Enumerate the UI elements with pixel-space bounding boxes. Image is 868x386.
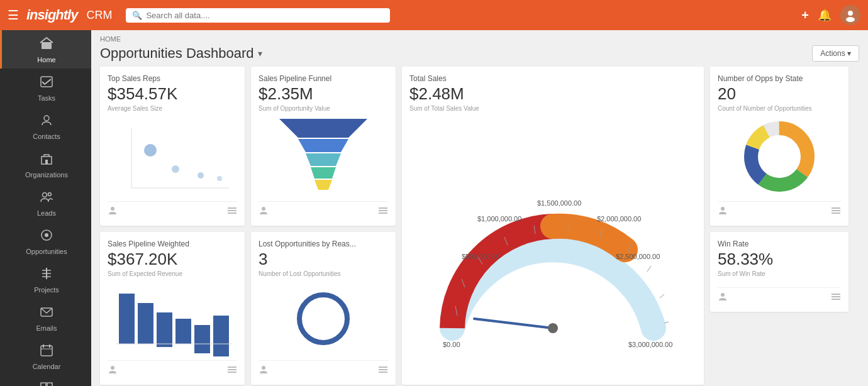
user-avatar[interactable] <box>840 5 860 25</box>
svg-rect-79 <box>175 319 191 344</box>
sidebar-label-leads: Leads <box>37 209 56 217</box>
svg-point-71 <box>759 136 800 177</box>
svg-point-10 <box>45 233 48 237</box>
page-title-dropdown[interactable]: ▾ <box>258 48 262 58</box>
sidebar: Home Tasks Contacts Organizations Leads <box>0 30 91 386</box>
search-icon: 🔍 <box>132 11 142 20</box>
sidebar-label-opportunities: Opportunities <box>26 248 67 255</box>
add-icon[interactable]: + <box>801 8 809 23</box>
svg-rect-81 <box>213 316 229 356</box>
sales-pipeline-title: Sales Pipeline Funnel <box>259 74 388 83</box>
svg-point-89 <box>306 301 341 336</box>
svg-point-72 <box>721 207 725 211</box>
svg-text:$3,000,000.00: $3,000,000.00 <box>628 341 672 348</box>
card-top-sales: Top Sales Reps $354.57K Average Sales Si… <box>100 67 245 226</box>
svg-rect-95 <box>832 294 840 295</box>
svg-point-47 <box>548 323 558 333</box>
card-lost-opps: Lost Opportunities by Reas... 3 Number o… <box>251 232 396 385</box>
breadcrumb: HOME <box>91 30 868 44</box>
sidebar-item-calendar[interactable]: Calendar <box>0 337 91 375</box>
sidebar-item-emails[interactable]: Emails <box>0 299 91 337</box>
calendar-icon <box>40 343 53 360</box>
opps-state-title: Number of Opps by State <box>718 74 841 83</box>
sales-pipeline-chart <box>259 116 388 197</box>
main-content: HOME Opportunities Dashboard ▾ Actions ▾… <box>91 30 868 386</box>
svg-rect-76 <box>119 294 135 344</box>
list-icon[interactable] <box>227 206 237 218</box>
card-total-sales: Total Sales $2.48M Sum of Total Sales Va… <box>402 67 704 385</box>
list-icon-2[interactable] <box>378 206 388 218</box>
lost-opps-title: Lost Opportunities by Reas... <box>259 240 388 248</box>
svg-rect-75 <box>832 212 840 214</box>
svg-marker-40 <box>311 167 336 179</box>
sidebar-item-tasks[interactable]: Tasks <box>0 69 91 107</box>
sidebar-label-projects: Projects <box>34 286 59 294</box>
win-rate-footer <box>718 287 841 304</box>
search-input[interactable] <box>146 11 384 20</box>
list-icon-6[interactable] <box>831 292 841 304</box>
svg-point-0 <box>848 11 853 16</box>
list-icon-4[interactable] <box>227 365 237 377</box>
card-sales-pipeline: Sales Pipeline Funnel $2.35M Sum of Oppo… <box>251 67 396 226</box>
sales-pipeline-subtitle: Sum of Opportunity Value <box>259 105 388 112</box>
svg-rect-84 <box>228 367 236 368</box>
sidebar-item-projects[interactable]: Projects <box>0 260 91 299</box>
top-sales-chart <box>108 116 237 197</box>
svg-point-33 <box>111 207 114 211</box>
lost-opps-footer <box>259 360 388 377</box>
lost-opps-donut <box>259 281 388 356</box>
svg-rect-16 <box>41 346 52 356</box>
sidebar-item-opportunities[interactable]: Opportunities <box>0 222 91 260</box>
svg-line-63 <box>647 266 651 272</box>
hamburger-menu[interactable]: ☰ <box>8 8 19 23</box>
svg-text:$500,000.00: $500,000.00 <box>462 253 500 260</box>
emails-icon <box>40 305 53 322</box>
leads-icon <box>40 190 53 207</box>
svg-text:$2,500,000.00: $2,500,000.00 <box>616 253 660 260</box>
list-icon-3[interactable] <box>831 206 841 218</box>
sidebar-item-organizations[interactable]: Organizations <box>0 145 91 184</box>
svg-rect-78 <box>157 312 172 347</box>
top-sales-value: $354.57K <box>108 84 237 104</box>
sidebar-label-contacts: Contacts <box>33 133 60 140</box>
svg-point-83 <box>111 366 114 370</box>
sidebar-item-contacts[interactable]: Contacts <box>0 107 91 145</box>
top-navigation: ☰ insightly CRM 🔍 + 🔔 <box>0 0 868 30</box>
sales-weighted-footer <box>108 360 237 377</box>
sidebar-item-dashboards[interactable]: Dashboards <box>0 375 91 386</box>
crm-label: CRM <box>86 9 112 22</box>
svg-point-32 <box>217 176 222 181</box>
sidebar-label-emails: Emails <box>36 324 57 332</box>
opps-state-footer <box>718 201 841 218</box>
list-icon-5[interactable] <box>378 365 388 377</box>
svg-point-42 <box>262 207 265 211</box>
sidebar-item-home[interactable]: Home <box>0 30 91 69</box>
user-icon-2 <box>259 206 269 218</box>
svg-rect-20 <box>41 383 46 386</box>
svg-rect-44 <box>379 210 387 211</box>
svg-marker-39 <box>306 153 341 166</box>
tasks-icon <box>40 75 53 92</box>
actions-button[interactable]: Actions ▾ <box>812 45 859 62</box>
sidebar-label-organizations: Organizations <box>25 171 68 179</box>
opps-state-subtitle: Count of Number of Opportunities <box>718 105 841 112</box>
sales-weighted-subtitle: Sum of Expected Revenue <box>108 270 237 277</box>
card-opps-by-state: Number of Opps by State 20 Count of Numb… <box>710 67 849 226</box>
svg-rect-92 <box>379 369 387 370</box>
svg-point-4 <box>44 116 49 121</box>
nav-right: + 🔔 <box>801 5 860 25</box>
opportunities-icon <box>40 228 53 245</box>
lost-opps-value: 3 <box>259 250 388 269</box>
logo: insightly <box>26 7 77 23</box>
svg-rect-43 <box>379 207 387 209</box>
dashboard-grid: Top Sales Reps $354.57K Average Sales Si… <box>91 67 868 386</box>
sales-pipeline-value: $2.35M <box>259 84 388 104</box>
svg-point-31 <box>198 172 204 179</box>
svg-rect-6 <box>45 160 48 164</box>
svg-rect-77 <box>138 303 153 344</box>
total-sales-title: Total Sales <box>409 74 696 83</box>
search-bar[interactable]: 🔍 <box>126 8 390 23</box>
sidebar-item-leads[interactable]: Leads <box>0 184 91 222</box>
svg-rect-34 <box>228 207 236 209</box>
notifications-icon[interactable]: 🔔 <box>818 8 832 22</box>
